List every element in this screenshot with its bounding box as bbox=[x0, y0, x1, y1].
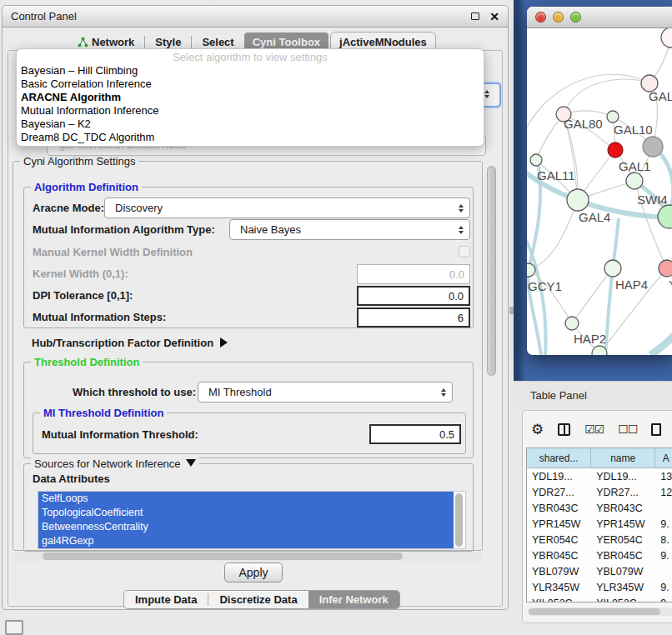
sources-toggle[interactable]: Sources for Network Inference bbox=[31, 458, 199, 470]
zoom-traffic-light-icon[interactable] bbox=[570, 12, 581, 22]
network-node[interactable] bbox=[643, 137, 663, 157]
network-node[interactable] bbox=[530, 154, 542, 166]
panel-title: Control Panel bbox=[11, 10, 77, 22]
mi-steps-field[interactable]: 6 bbox=[357, 308, 470, 328]
network-node[interactable] bbox=[565, 317, 579, 330]
float-icon[interactable] bbox=[471, 12, 479, 20]
node-label: GAL11 bbox=[537, 168, 575, 182]
network-node[interactable] bbox=[626, 172, 643, 189]
node-label: GAL10 bbox=[614, 122, 653, 137]
network-node[interactable] bbox=[659, 260, 672, 277]
collapsed-arrow-icon bbox=[220, 338, 228, 348]
table-header-row: shared... name A bbox=[527, 448, 672, 468]
manual-kernel-checkbox[interactable] bbox=[459, 246, 470, 258]
aracne-mode-select[interactable]: Discovery bbox=[104, 198, 470, 218]
node-label: HAP2 bbox=[574, 332, 606, 346]
network-node[interactable] bbox=[604, 260, 621, 277]
control-panel-titlebar: Control Panel ✕ bbox=[3, 6, 508, 28]
mi-threshold-label: Mutual Information Threshold: bbox=[42, 428, 198, 441]
node-table[interactable]: shared... name A YDL19... YDL19... 13 YD… bbox=[526, 448, 672, 602]
close-icon[interactable]: ✕ bbox=[489, 11, 499, 22]
table-row[interactable]: YPR145W YPR145W 9. bbox=[527, 516, 672, 532]
column-header[interactable]: A bbox=[655, 448, 672, 468]
data-attributes-label: Data Attributes bbox=[33, 472, 110, 485]
table-row[interactable]: YBR043C YBR043C bbox=[527, 500, 672, 516]
network-node[interactable] bbox=[567, 189, 589, 211]
column-header[interactable]: name bbox=[591, 448, 655, 468]
table-row[interactable]: YER054C YER054C 8. bbox=[527, 532, 672, 548]
attribute-item-selected[interactable]: BetweennessCentrality bbox=[38, 520, 454, 534]
node-label: Y bbox=[669, 278, 672, 292]
column-header[interactable]: shared... bbox=[527, 448, 591, 468]
algorithm-option[interactable]: Mutual Information Inference bbox=[17, 104, 484, 118]
table-horizontal-scrollbar[interactable] bbox=[528, 608, 672, 616]
table-row[interactable]: YDL19... YDL19... 13 bbox=[527, 468, 672, 484]
stepper-icon bbox=[459, 204, 464, 212]
checked-boxes-icon[interactable]: ☑☑ bbox=[584, 422, 604, 436]
node-label: GAL1 bbox=[619, 159, 650, 173]
table-row[interactable]: YBL079W YBL079W bbox=[527, 563, 672, 579]
stepper-icon bbox=[441, 388, 446, 397]
mi-threshold-definition-group: MI Threshold Definition Mutual Informati… bbox=[33, 412, 466, 454]
data-attributes-list[interactable]: SelfLoops TopologicalCoefficient Between… bbox=[38, 491, 466, 549]
stepper-icon bbox=[484, 90, 489, 98]
node-label: GAL80 bbox=[564, 117, 603, 131]
expanded-arrow-icon bbox=[186, 459, 196, 467]
node-label: GAL4 bbox=[579, 210, 610, 224]
network-window-titlebar[interactable] bbox=[527, 7, 672, 28]
network-canvas[interactable]: GALGAL80GAL10GAL1GAL11SWI4GAL4GCY1HAP4YH… bbox=[527, 28, 672, 355]
table-row[interactable]: YDR27... YDR27... 12 bbox=[527, 484, 672, 500]
attribute-item-selected[interactable]: TopologicalCoefficient bbox=[38, 506, 454, 520]
algorithm-option[interactable]: Dream8 DC_TDC Algorithm bbox=[17, 131, 484, 144]
unchecked-boxes-icon[interactable]: ☐☐ bbox=[618, 422, 637, 436]
tab-impute-data[interactable]: Impute Data bbox=[124, 591, 208, 608]
mi-threshold-field[interactable]: 0.5 bbox=[369, 424, 461, 444]
node-label: GAL bbox=[649, 89, 672, 103]
list-vertical-scrollbar[interactable] bbox=[454, 492, 464, 548]
columns-icon[interactable] bbox=[558, 423, 570, 436]
algorithm-option-selected[interactable]: ARACNE Algorithm bbox=[17, 91, 484, 104]
network-view-window: GALGAL80GAL10GAL1GAL11SWI4GAL4GCY1HAP4YH… bbox=[527, 7, 672, 355]
minimize-traffic-light-icon[interactable] bbox=[553, 12, 564, 22]
table-row[interactable]: YBR045C YBR045C 9. bbox=[527, 548, 672, 563]
settings-horizontal-scrollbar[interactable] bbox=[14, 552, 483, 561]
table-toolbar: ⚙ ☑☑ ☐☐ bbox=[531, 416, 661, 442]
tab-discretize-data[interactable]: Discretize Data bbox=[208, 591, 308, 608]
network-node[interactable] bbox=[527, 263, 535, 277]
manual-kernel-label: Manual Kernel Width Definition bbox=[33, 246, 193, 258]
table-row[interactable]: YLR345W YLR345W 9. bbox=[527, 579, 672, 595]
table-row[interactable]: YIL052C YIL052C 9 bbox=[527, 595, 672, 602]
node-label: SWI4 bbox=[637, 192, 668, 207]
network-node[interactable] bbox=[607, 111, 619, 122]
network-node[interactable] bbox=[661, 28, 672, 48]
dropdown-hint: Select algorithm to view settings bbox=[17, 51, 484, 64]
cyni-algorithm-settings-group: Cyni Algorithm Settings Algorithm Defini… bbox=[13, 161, 483, 551]
algorithm-option[interactable]: Bayesian – K2 bbox=[17, 118, 484, 131]
attribute-item-selected[interactable]: gal4RGexp bbox=[38, 534, 454, 548]
mi-algorithm-type-select[interactable]: Naive Bayes bbox=[229, 219, 470, 240]
which-threshold-label: Which threshold to use: bbox=[73, 386, 196, 398]
settings-vertical-scrollbar[interactable] bbox=[485, 162, 497, 551]
table-body: YDL19... YDL19... 13 YDR27... YDR27... 1… bbox=[527, 468, 672, 602]
apply-button[interactable]: Apply bbox=[224, 562, 283, 582]
kernel-width-field[interactable]: 0.0 bbox=[357, 264, 470, 284]
which-threshold-select[interactable]: MI Threshold bbox=[198, 382, 453, 402]
algorithm-option[interactable]: Basic Correlation Inference bbox=[17, 78, 484, 91]
close-traffic-light-icon[interactable] bbox=[535, 12, 546, 22]
hub-definition-toggle[interactable]: Hub/Transcription Factor Definition bbox=[32, 337, 228, 349]
network-node[interactable] bbox=[608, 142, 623, 158]
network-node[interactable] bbox=[658, 205, 672, 228]
node-label: GCY1 bbox=[528, 279, 562, 293]
document-icon[interactable] bbox=[651, 423, 661, 436]
attribute-item-selected[interactable]: SelfLoops bbox=[38, 492, 454, 506]
dpi-tolerance-field[interactable]: 0.0 bbox=[357, 286, 470, 306]
tab-infer-network[interactable]: Infer Network bbox=[308, 591, 399, 608]
control-panel-window: Control Panel ✕ Network Style Select Cyn… bbox=[2, 5, 509, 610]
table-panel-title: Table Panel bbox=[530, 389, 587, 402]
group-title: MI Threshold Definition bbox=[40, 407, 167, 419]
algorithm-option[interactable]: Bayesian – Hill Climbing bbox=[17, 64, 484, 78]
minimized-panel-icon[interactable] bbox=[5, 620, 23, 635]
group-title: Threshold Definition bbox=[31, 356, 143, 368]
aracne-mode-label: Aracne Mode: bbox=[33, 202, 104, 214]
gear-icon[interactable]: ⚙ bbox=[531, 422, 544, 437]
